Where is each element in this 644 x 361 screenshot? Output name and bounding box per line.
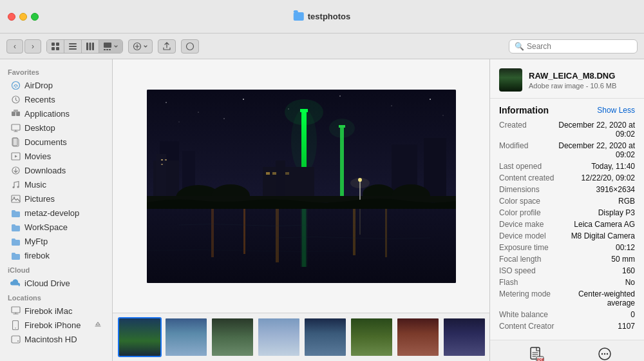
eject-icon[interactable]: [94, 320, 102, 330]
thumbnail-6[interactable]: [350, 317, 393, 357]
sidebar-item-firebokimac[interactable]: Firebok iMac: [3, 304, 109, 318]
svg-text:PDF: PDF: [537, 358, 544, 361]
info-label: Metering mode: [499, 289, 551, 298]
show-less-button[interactable]: Show Less: [597, 106, 635, 115]
svg-point-32: [15, 327, 16, 329]
info-value: 3916×2634: [553, 185, 635, 194]
view-mode-group: [46, 39, 123, 54]
sidebar-item-label: Music: [24, 180, 46, 190]
more-icon: [598, 347, 612, 361]
sidebar-item-music[interactable]: Music: [3, 177, 109, 191]
svg-point-37: [198, 112, 198, 112]
more-button[interactable]: More...: [594, 347, 616, 361]
svg-point-34: [17, 340, 19, 342]
share-button[interactable]: [158, 39, 176, 54]
search-box[interactable]: 🔍: [509, 39, 638, 54]
info-label: Last opened: [499, 162, 551, 171]
documents-icon: [10, 137, 21, 147]
info-row-colorprofile: Color profile Display P3: [499, 208, 635, 217]
list-view-button[interactable]: [64, 40, 82, 53]
sidebar-item-applications[interactable]: Applications: [3, 106, 109, 121]
svg-point-38: [243, 99, 244, 100]
thumbnail-1[interactable]: [118, 317, 162, 357]
thumbnail-5[interactable]: [303, 317, 347, 357]
sidebar-item-documents[interactable]: Documents: [3, 135, 109, 149]
info-value: M8 Digital Camera: [553, 231, 635, 240]
sidebar-item-firebokiphone[interactable]: Firebok iPhone: [3, 318, 109, 332]
sidebar-item-label: Firebok iMac: [24, 306, 72, 316]
sidebar-item-label: metaz-develop: [24, 208, 79, 218]
info-label: Created: [499, 121, 551, 130]
svg-rect-54: [161, 164, 163, 165]
info-label: Dimensions: [499, 185, 551, 194]
sidebar-item-myftp[interactable]: MyFtp: [3, 234, 109, 248]
info-label: Device make: [499, 220, 551, 229]
sidebar-item-desktop[interactable]: Desktop: [3, 121, 109, 135]
sidebar-item-downloads[interactable]: Downloads: [3, 163, 109, 177]
thumbnail-7[interactable]: [396, 317, 440, 357]
info-value: December 22, 2020 at 09:02: [553, 141, 635, 159]
forward-button[interactable]: ›: [24, 39, 41, 54]
svg-rect-65: [272, 172, 276, 175]
info-label: White balance: [499, 310, 551, 319]
titlebar: testphotos: [0, 0, 644, 34]
sidebar-item-workspace[interactable]: WorkSpace: [3, 220, 109, 234]
svg-point-90: [607, 353, 608, 355]
svg-rect-77: [385, 206, 387, 257]
info-label: Content created: [499, 173, 554, 182]
desktop-icon: [10, 122, 21, 133]
column-view-button[interactable]: [82, 40, 99, 53]
folder-icon: [10, 250, 21, 260]
content-area: [113, 59, 489, 361]
svg-point-27: [17, 186, 19, 188]
window-title-area: testphotos: [294, 12, 350, 21]
info-row-iso: ISO speed 160: [499, 266, 635, 275]
maximize-button[interactable]: [31, 13, 39, 21]
svg-rect-64: [266, 172, 270, 175]
window-title: testphotos: [308, 12, 350, 21]
back-button[interactable]: ‹: [6, 39, 23, 54]
sidebar-item-label: Applications: [24, 109, 70, 119]
info-label: Flash: [499, 278, 551, 287]
sidebar-item-label: AirDrop: [24, 81, 53, 90]
sidebar-item-firebok[interactable]: firebok: [3, 248, 109, 262]
preview-image: [147, 90, 456, 283]
svg-rect-3: [56, 47, 59, 50]
thumbnail-2[interactable]: [164, 317, 208, 357]
sidebar-item-icloud[interactable]: iCloud Drive: [3, 276, 109, 290]
create-pdf-button[interactable]: PDF Create PDF: [518, 347, 556, 361]
minimize-button[interactable]: [19, 13, 27, 21]
icloud-icon: [10, 278, 21, 288]
tag-button[interactable]: [181, 39, 199, 54]
svg-rect-74: [243, 209, 245, 254]
gallery-view-button[interactable]: [99, 40, 122, 53]
svg-point-44: [178, 121, 179, 122]
sidebar-item-label: Desktop: [24, 123, 55, 133]
sidebar-item-label: Movies: [24, 151, 51, 161]
sidebar-item-pictures[interactable]: Pictures: [3, 191, 109, 206]
info-value: 0: [553, 310, 635, 319]
svg-point-41: [391, 105, 392, 106]
info-value: Display P3: [553, 208, 635, 217]
search-input[interactable]: [527, 42, 632, 51]
sidebar-item-macintoshhd[interactable]: Macintosh HD: [3, 332, 109, 346]
action-button[interactable]: [128, 39, 153, 54]
thumbnail-4[interactable]: [257, 317, 301, 357]
info-value: Center-weighted average: [553, 289, 635, 307]
sidebar-item-recents[interactable]: Recents: [3, 92, 109, 106]
file-meta: Adobe raw image - 10.6 MB: [529, 82, 635, 90]
thumbnail-8[interactable]: [442, 317, 486, 357]
close-button[interactable]: [8, 13, 15, 21]
thumbnail-3[interactable]: [211, 317, 254, 357]
sidebar-item-airdrop[interactable]: AirDrop: [3, 78, 109, 92]
toolbar: ‹ › 🔍: [0, 34, 644, 59]
svg-rect-7: [86, 43, 88, 50]
sidebar-item-movies[interactable]: Movies: [3, 149, 109, 163]
sidebar-item-metaz[interactable]: metaz-develop: [3, 206, 109, 220]
sidebar-item-label: WorkSpace: [24, 222, 68, 232]
svg-rect-66: [285, 172, 289, 175]
info-row-devicemake: Device make Leica Camera AG: [499, 220, 635, 229]
folder-icon: [10, 236, 21, 246]
icon-view-button[interactable]: [47, 40, 64, 53]
sidebar-item-label: Pictures: [24, 194, 55, 204]
